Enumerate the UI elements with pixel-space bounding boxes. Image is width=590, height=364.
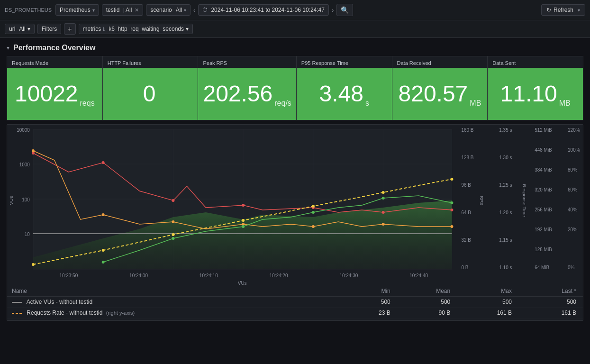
legend-min-0: 500: [342, 297, 395, 308]
legend-line-dashed: [12, 311, 22, 316]
svg-text:1.25 s: 1.25 s: [499, 182, 512, 188]
svg-text:320 MiB: 320 MiB: [535, 187, 552, 192]
svg-text:40%: 40%: [568, 207, 577, 212]
stat-card-3: P95 Response Time 3.48 s: [297, 56, 392, 120]
collapse-icon: ▾: [7, 45, 9, 51]
section-header[interactable]: ▾ Performance Overview: [0, 38, 590, 56]
svg-point-20: [450, 209, 453, 211]
svg-point-19: [382, 211, 385, 214]
svg-text:120%: 120%: [568, 127, 580, 133]
testid-close[interactable]: ✕: [135, 7, 139, 13]
svg-point-17: [242, 204, 245, 207]
stat-value-area-4: 820.57 MB: [392, 68, 488, 120]
time-next-arrow[interactable]: ›: [332, 7, 334, 14]
svg-point-22: [102, 213, 105, 216]
svg-text:192 MiB: 192 MiB: [535, 227, 552, 232]
svg-point-35: [102, 249, 105, 252]
chart-inner: 10000 1000 100 10 VUs 10:23:50 10:24:00 …: [7, 125, 583, 286]
svg-point-33: [450, 201, 453, 204]
stat-unit-3: s: [365, 99, 369, 110]
legend-max-1: 161 B: [455, 308, 517, 318]
svg-text:1.20 s: 1.20 s: [499, 210, 512, 215]
svg-text:10:24:00: 10:24:00: [129, 273, 148, 278]
stat-label-1: HTTP Failures: [103, 56, 198, 68]
svg-text:1.10 s: 1.10 s: [499, 265, 512, 270]
stat-label-0: Requests Made: [7, 56, 102, 68]
stat-value-area-1: 0: [103, 68, 198, 120]
stat-label-3: P95 Response Time: [297, 56, 392, 68]
svg-point-30: [242, 225, 245, 228]
legend-mean-0: 500: [395, 297, 455, 308]
svg-point-25: [312, 225, 315, 228]
filters-button[interactable]: Filters: [37, 24, 62, 34]
svg-point-39: [382, 191, 385, 194]
stat-value-area-3: 3.48 s: [297, 68, 392, 120]
svg-text:10: 10: [25, 232, 30, 237]
svg-text:160 B: 160 B: [461, 127, 473, 133]
stat-unit-5: MB: [559, 99, 571, 110]
svg-text:1.15 s: 1.15 s: [499, 237, 512, 243]
ds-label: DS_PROMETHEUS: [5, 7, 52, 13]
refresh-button[interactable]: ↻ Refresh ▾: [541, 4, 585, 16]
svg-text:1.35 s: 1.35 s: [499, 127, 512, 133]
svg-text:100: 100: [22, 197, 30, 202]
legend-last-1: 161 B: [517, 308, 583, 318]
svg-text:96 B: 96 B: [461, 182, 471, 188]
stat-unit-2: req/s: [274, 99, 291, 110]
metrics-info-icon: ℹ: [103, 26, 105, 32]
svg-text:512 MiB: 512 MiB: [535, 127, 552, 133]
stat-main-2: 202.56: [203, 82, 272, 105]
svg-text:10:23:50: 10:23:50: [59, 273, 78, 278]
stat-main-5: 11.10: [500, 82, 557, 105]
scenario-pill[interactable]: scenario All ▾: [146, 4, 191, 16]
datasource-chevron: ▾: [92, 8, 95, 13]
svg-point-37: [242, 219, 245, 222]
legend-max-0: 500: [455, 297, 517, 308]
time-prev-arrow[interactable]: ‹: [193, 7, 195, 14]
url-chevron: ▾: [27, 26, 30, 32]
svg-text:80%: 80%: [568, 167, 577, 173]
svg-text:10:24:30: 10:24:30: [339, 273, 358, 278]
svg-text:0 B: 0 B: [461, 265, 468, 270]
legend-col-min: Min: [342, 286, 395, 297]
svg-point-23: [172, 220, 174, 223]
testid-pill[interactable]: testid | All ✕: [102, 4, 144, 16]
legend-min-1: 23 B: [342, 308, 395, 318]
svg-text:Response Time: Response Time: [522, 184, 527, 217]
chart-svg: 10000 1000 100 10 VUs 10:23:50 10:24:00 …: [7, 125, 583, 286]
svg-text:64 MiB: 64 MiB: [535, 265, 549, 270]
svg-point-36: [172, 233, 174, 236]
svg-text:100%: 100%: [568, 147, 580, 153]
svg-point-21: [32, 149, 35, 152]
svg-text:RPS: RPS: [479, 196, 484, 206]
svg-text:32 B: 32 B: [461, 237, 471, 243]
stat-value-area-0: 10022 reqs: [7, 68, 102, 120]
metrics-select[interactable]: metrics ℹ k6_http_req_waiting_seconds ▾: [79, 24, 193, 34]
svg-point-28: [102, 261, 105, 264]
refresh-icon: ↻: [546, 7, 551, 13]
svg-text:1.30 s: 1.30 s: [499, 155, 512, 160]
add-filter-button[interactable]: +: [64, 23, 75, 35]
stat-card-1: HTTP Failures 0: [103, 56, 199, 120]
svg-text:0%: 0%: [568, 265, 575, 270]
stat-card-0: Requests Made 10022 reqs: [7, 56, 103, 120]
legend-col-name: Name: [7, 286, 342, 297]
clock-icon: ⏱: [202, 7, 208, 13]
time-range[interactable]: ⏱ 2024-11-06 10:23:41 to 2024-11-06 10:2…: [198, 4, 329, 16]
stat-unit-4: MB: [470, 99, 481, 110]
legend-row-0: Active VUs - without testid 500 500 500 …: [7, 297, 583, 308]
stat-cards: Requests Made 10022 reqs HTTP Failures 0…: [7, 56, 583, 120]
url-filter[interactable]: url All ▾: [5, 24, 35, 34]
stat-card-4: Data Received 820.57 MB: [392, 56, 488, 120]
stat-label-4: Data Received: [392, 56, 488, 68]
zoom-button[interactable]: 🔍: [336, 4, 353, 16]
svg-point-31: [312, 211, 315, 214]
stat-value-area-5: 11.10 MB: [488, 68, 583, 120]
svg-point-29: [172, 237, 174, 240]
stat-card-2: Peak RPS 202.56 req/s: [198, 56, 296, 120]
legend-last-0: 500: [517, 297, 583, 308]
metrics-chevron: ▾: [186, 26, 189, 32]
legend-mean-1: 90 B: [395, 308, 455, 318]
datasource-pill[interactable]: Prometheus ▾: [55, 4, 99, 16]
zoom-icon: 🔍: [341, 6, 349, 14]
